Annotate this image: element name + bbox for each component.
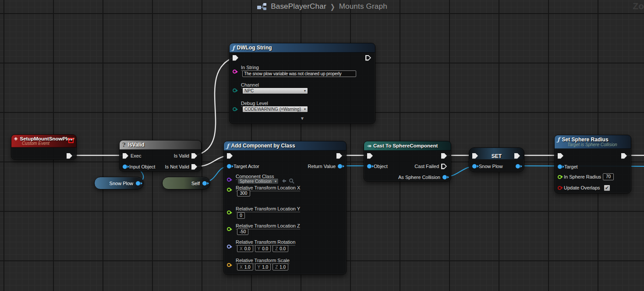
zoom-indicator: Zo	[633, 1, 644, 11]
node-header[interactable]: ƒ DWLog String	[230, 43, 375, 53]
exec-out-pin[interactable]	[621, 153, 627, 159]
scale-inputs: X1.0 Y1.0 Z1.0	[237, 263, 288, 270]
target-pin[interactable]	[558, 165, 562, 169]
snow-plow-in-pin[interactable]	[472, 164, 477, 168]
pin-label: Is Not Valid	[165, 164, 189, 169]
pin-label: Update Overlaps	[564, 185, 600, 190]
node-header[interactable]: ƒ Add Component by Class	[224, 141, 346, 151]
pin-label: Is Valid	[174, 153, 189, 158]
blueprint-icon	[257, 2, 267, 11]
rotation-y-input[interactable]: Y0.0	[255, 245, 271, 252]
rotation-inputs: X0.0 Y0.0 Z0.0	[237, 245, 288, 252]
sphere-radius-input[interactable]: 70	[603, 173, 614, 180]
exec-out-pin[interactable]	[67, 153, 72, 159]
rotation-z-input[interactable]: Z0.0	[272, 245, 288, 252]
target-actor-pin[interactable]	[227, 164, 231, 168]
relative-transform-location-x-pin[interactable]	[227, 188, 231, 192]
exec-in-pin[interactable]	[227, 153, 233, 159]
object-pin[interactable]	[367, 164, 372, 168]
debug-level-pin[interactable]	[233, 107, 237, 111]
node-set-snow-plow[interactable]: SET Snow Plow	[469, 147, 524, 172]
node-header[interactable]: ↠ Cast To SphereComponent	[364, 141, 451, 151]
channel-dropdown[interactable]: NPC▾	[242, 88, 308, 94]
node-header[interactable]: ◈ SetupMountSnowPlow Custom Event	[11, 135, 76, 147]
node-subtitle: Target is Sphere Collision	[567, 142, 627, 147]
channel-pin[interactable]	[233, 88, 237, 92]
node-title: Set Sphere Radius	[562, 137, 609, 143]
exec-in-pin[interactable]	[558, 153, 563, 159]
exec-out-pin[interactable]	[336, 153, 342, 159]
location-y-input[interactable]: 0	[237, 212, 245, 219]
node-header[interactable]: ? IsValid	[120, 140, 201, 150]
pin-label: Relative Transform Scale	[236, 258, 290, 264]
breadcrumb-graph[interactable]: Mounts Graph	[339, 2, 387, 11]
input-object-pin[interactable]	[123, 165, 127, 169]
component-class-pin[interactable]	[227, 178, 231, 182]
pin-label: Target	[564, 164, 578, 169]
node-cast-to-spherecomponent[interactable]: ↠ Cast To SphereComponent Object Cast Fa…	[364, 141, 451, 182]
pin-label: In String	[241, 65, 259, 71]
node-subtitle: Custom Event	[22, 141, 73, 146]
node-setup-mount-snow-plow[interactable]: ◈ SetupMountSnowPlow Custom Event	[11, 134, 77, 160]
pin-label: Exec	[131, 153, 141, 158]
relative-transform-location-y-pin[interactable]	[227, 210, 231, 214]
custom-event-icon: ◈	[14, 136, 18, 141]
exec-in-pin[interactable]	[367, 153, 373, 159]
node-set-sphere-radius[interactable]: ƒ Set Sphere Radius Target is Sphere Col…	[554, 135, 631, 193]
cast-failed-exec-pin[interactable]	[441, 164, 447, 169]
node-title: Add Component by Class	[231, 143, 295, 149]
function-icon: ƒ	[226, 143, 229, 149]
pin-label: Return Value	[308, 164, 336, 169]
location-z-input[interactable]: -50	[237, 228, 248, 235]
exec-in-pin[interactable]	[123, 153, 128, 159]
relative-transform-scale-pin[interactable]	[227, 263, 231, 267]
graph-canvas[interactable]: BasePlayerChar ❯ Mounts Graph Zo ◈ Setup…	[0, 0, 644, 291]
variable-node-self[interactable]: Self	[162, 177, 210, 189]
relative-transform-rotation-pin[interactable]	[227, 245, 231, 249]
exec-in-pin[interactable]	[233, 55, 238, 61]
return-value-pin[interactable]	[338, 164, 342, 168]
event-flag-icon	[68, 138, 74, 143]
is-not-valid-exec-pin[interactable]	[191, 164, 197, 170]
breadcrumb-asset[interactable]: BasePlayerChar	[271, 2, 326, 11]
variable-node-snow-plow[interactable]: Snow Plow	[94, 177, 144, 189]
debug-level-dropdown[interactable]: CODEWARNING (=Warning)▾	[242, 106, 308, 112]
in-string-input[interactable]: The snow plow variable was not cleaned u…	[242, 70, 356, 77]
as-sphere-collision-pin[interactable]	[442, 175, 447, 179]
rotation-x-input[interactable]: X0.0	[237, 245, 253, 252]
relative-transform-location-z-pin[interactable]	[227, 227, 231, 231]
chevron-right-icon: ❯	[330, 3, 335, 11]
exec-out-pin[interactable]	[365, 55, 371, 61]
variable-label: Snow Plow	[110, 181, 133, 186]
in-string-pin[interactable]	[233, 70, 237, 74]
component-class-dropdown[interactable]: Sphere Collision▾	[237, 178, 279, 184]
node-header[interactable]: ƒ Set Sphere Radius Target is Sphere Col…	[555, 135, 631, 149]
pin-label: Relative Transform Rotation	[236, 239, 295, 245]
location-x-input[interactable]: 300	[237, 190, 250, 196]
scale-y-input[interactable]: Y1.0	[255, 263, 271, 270]
self-out-pin[interactable]	[202, 181, 207, 186]
update-overlaps-checkbox[interactable]: ✔	[604, 185, 610, 191]
node-dwlog-string[interactable]: ƒ DWLog String In String The snow plow v…	[229, 43, 375, 124]
function-icon: ƒ	[232, 45, 235, 51]
cast-icon: ↠	[367, 143, 371, 149]
breadcrumb: BasePlayerChar ❯ Mounts Graph	[0, 1, 644, 12]
node-title: IsValid	[128, 142, 145, 148]
is-valid-exec-pin[interactable]	[191, 153, 197, 159]
snow-plow-out-pin[interactable]	[136, 181, 140, 186]
collapse-advanced-button[interactable]: ▼	[230, 116, 375, 121]
update-overlaps-pin[interactable]	[558, 186, 562, 190]
in-sphere-radius-pin[interactable]	[558, 175, 562, 179]
pin-label: Relative Transform Location Y	[236, 206, 300, 212]
node-add-component-by-class[interactable]: ƒ Add Component by Class Target Actor Re…	[223, 141, 347, 275]
browse-asset-icon[interactable]	[289, 178, 294, 184]
chevron-down-icon: ▾	[304, 107, 306, 111]
chevron-down-icon: ▾	[275, 179, 276, 183]
scale-z-input[interactable]: Z1.0	[272, 263, 288, 270]
use-selected-asset-icon[interactable]	[281, 178, 287, 184]
pin-label: As Sphere Collision	[398, 175, 440, 180]
snow-plow-out-pin[interactable]	[516, 164, 520, 168]
scale-x-input[interactable]: X1.0	[237, 263, 253, 270]
node-isvalid[interactable]: ? IsValid Exec Is Valid Input Object Is …	[119, 140, 202, 172]
exec-out-pin[interactable]	[441, 153, 447, 159]
